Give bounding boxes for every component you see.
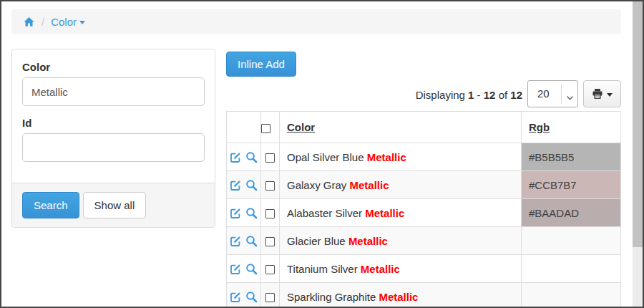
row-actions-cell [227, 255, 261, 283]
magnifier-icon[interactable] [245, 207, 258, 219]
row-checkbox-cell [261, 199, 280, 227]
row-checkbox[interactable] [265, 181, 275, 191]
table-row: Galaxy Gray Metallic #CCB7B7 [227, 171, 621, 199]
row-highlight: Metallic [350, 179, 389, 191]
row-highlight: Metallic [367, 151, 406, 163]
home-icon[interactable] [23, 16, 35, 28]
edit-icon[interactable] [230, 264, 241, 275]
breadcrumb-item-color[interactable]: Color [51, 16, 85, 28]
row-checkbox[interactable] [265, 293, 275, 302]
id-filter-label: Id [22, 117, 205, 129]
displaying-label: Displaying [416, 89, 465, 101]
results-table: Color Rgb [226, 111, 621, 308]
row-rgb-cell: #CCB7B7 [522, 171, 621, 199]
row-actions-cell [227, 199, 261, 227]
filter-panel: Color Id Search Show all [11, 49, 215, 228]
edit-icon[interactable] [230, 180, 241, 191]
row-color-name: Galaxy Gray [287, 179, 350, 191]
table-body: Opal Silver Blue Metallic #B5B5B5 [227, 143, 621, 308]
row-color-name: Titanium Silver [287, 263, 361, 275]
row-checkbox-cell [261, 255, 280, 283]
magnifier-icon[interactable] [245, 291, 258, 303]
chevron-down-icon [79, 21, 85, 24]
row-rgb-cell [522, 283, 621, 308]
id-filter-input[interactable] [22, 133, 205, 162]
inline-add-button[interactable]: Inline Add [226, 52, 296, 77]
header-rgb-cell: Rgb [522, 112, 621, 143]
row-color-cell: Galaxy Gray Metallic [280, 171, 522, 199]
range-end: 12 [484, 89, 496, 101]
show-all-button[interactable]: Show all [83, 192, 147, 218]
of-label: of [499, 89, 508, 101]
color-filter-label: Color [22, 61, 205, 73]
row-color-name: Glacier Blue [287, 235, 348, 247]
row-color-cell: Sparkling Graphite Metallic [280, 283, 522, 308]
row-checkbox[interactable] [265, 237, 275, 246]
filter-panel-footer: Search Show all [12, 183, 215, 227]
row-actions-cell [227, 283, 261, 308]
select-divider [561, 84, 562, 104]
row-color-cell: Alabaster Silver Metallic [280, 199, 522, 227]
row-checkbox-cell [261, 171, 280, 199]
header-actions-cell [227, 112, 261, 143]
row-highlight: Metallic [361, 263, 400, 275]
scrollbar-thumb[interactable] [633, 1, 643, 247]
sort-color-header[interactable]: Color [287, 121, 315, 133]
magnifier-icon[interactable] [245, 235, 258, 247]
edit-icon[interactable] [230, 236, 241, 247]
header-color-cell: Color [280, 112, 522, 143]
breadcrumb-label: Color [51, 16, 77, 28]
row-checkbox-cell [261, 227, 280, 255]
magnifier-icon[interactable] [245, 179, 258, 191]
magnifier-icon[interactable] [245, 151, 258, 163]
total-count: 12 [510, 89, 522, 101]
row-color-name: Alabaster Silver [287, 207, 365, 219]
row-color-name: Sparkling Graphite [287, 291, 379, 303]
header-checkbox-cell [261, 112, 280, 143]
chevron-down-icon [566, 91, 574, 103]
row-rgb-cell: #BAADAD [522, 199, 621, 227]
page: / Color Color Id Search Show all Inline … [0, 0, 644, 308]
row-rgb-cell [522, 227, 621, 255]
table-row: Glacier Blue Metallic [227, 227, 621, 255]
vertical-scrollbar[interactable] [633, 1, 643, 307]
row-actions-cell [227, 143, 261, 171]
page-size-select[interactable]: 20 [527, 80, 578, 107]
row-rgb-cell: #B5B5B5 [522, 143, 621, 171]
breadcrumb-separator: / [42, 16, 44, 28]
table-row: Opal Silver Blue Metallic #B5B5B5 [227, 143, 621, 171]
displaying-status: Displaying 1 - 12 of 12 [302, 82, 522, 108]
row-actions-cell [227, 227, 261, 255]
row-color-cell: Titanium Silver Metallic [280, 255, 522, 283]
print-button[interactable] [583, 80, 621, 107]
page-size-value: 20 [537, 81, 550, 107]
row-checkbox[interactable] [265, 265, 275, 274]
filter-panel-body: Color Id [12, 49, 215, 184]
select-all-checkbox[interactable] [261, 124, 270, 133]
row-checkbox[interactable] [265, 153, 275, 163]
row-color-cell: Glacier Blue Metallic [280, 227, 522, 255]
breadcrumb: / Color [11, 9, 621, 34]
row-checkbox[interactable] [265, 209, 275, 218]
search-button[interactable]: Search [22, 192, 79, 218]
row-highlight: Metallic [365, 207, 404, 219]
printer-icon [592, 88, 603, 100]
row-highlight: Metallic [348, 235, 388, 247]
row-highlight: Metallic [379, 291, 418, 303]
edit-icon[interactable] [230, 152, 241, 163]
sort-rgb-header[interactable]: Rgb [529, 121, 550, 133]
range-separator: - [477, 89, 481, 101]
row-color-name: Opal Silver Blue [287, 151, 367, 163]
magnifier-icon[interactable] [245, 263, 258, 275]
row-checkbox-cell [261, 283, 280, 308]
table-header-row: Color Rgb [227, 112, 621, 143]
range-start: 1 [468, 89, 474, 101]
color-filter-input[interactable] [22, 77, 205, 106]
table-row: Alabaster Silver Metallic #BAADAD [227, 199, 621, 227]
table-row: Sparkling Graphite Metallic [227, 283, 621, 308]
row-actions-cell [227, 171, 261, 199]
row-rgb-cell [522, 255, 621, 283]
edit-icon[interactable] [230, 292, 241, 303]
row-color-cell: Opal Silver Blue Metallic [280, 143, 522, 171]
edit-icon[interactable] [230, 208, 241, 219]
